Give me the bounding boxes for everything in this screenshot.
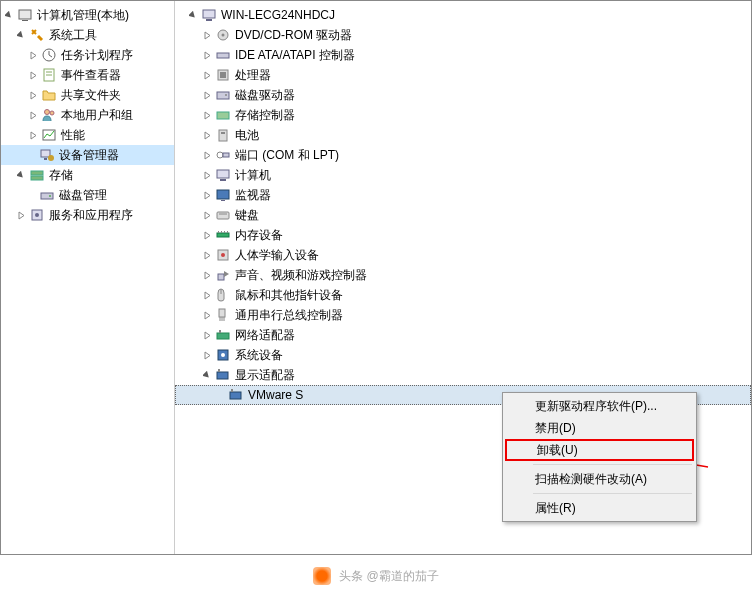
- device-category[interactable]: 监视器: [175, 185, 751, 205]
- collapse-icon[interactable]: [3, 9, 15, 21]
- collapse-icon[interactable]: [15, 29, 27, 41]
- device-category[interactable]: DVD/CD-ROM 驱动器: [175, 25, 751, 45]
- svg-rect-19: [206, 19, 212, 21]
- menu-disable[interactable]: 禁用(D): [505, 417, 694, 439]
- expand-icon[interactable]: [201, 249, 213, 261]
- expand-icon[interactable]: [201, 129, 213, 141]
- device-category[interactable]: 内存设备: [175, 225, 751, 245]
- collapse-icon[interactable]: [15, 169, 27, 181]
- svg-rect-9: [41, 150, 50, 157]
- device-tree-pane: WIN-LECG24NHDCJ DVD/CD-ROM 驱动器IDE ATA/AT…: [175, 1, 751, 554]
- svg-point-7: [50, 111, 54, 115]
- tree-label: 内存设备: [235, 227, 283, 244]
- expand-icon[interactable]: [201, 269, 213, 281]
- device-category[interactable]: 处理器: [175, 65, 751, 85]
- expand-icon[interactable]: [27, 89, 39, 101]
- menu-update-driver[interactable]: 更新驱动程序软件(P)...: [505, 395, 694, 417]
- menu-scan-hardware[interactable]: 扫描检测硬件改动(A): [505, 468, 694, 490]
- device-category[interactable]: 通用串行总线控制器: [175, 305, 751, 325]
- expand-icon[interactable]: [201, 229, 213, 241]
- tree-storage[interactable]: 存储: [1, 165, 174, 185]
- expand-icon[interactable]: [201, 309, 213, 321]
- tree-label: 磁盘驱动器: [235, 87, 295, 104]
- device-category[interactable]: 磁盘驱动器: [175, 85, 751, 105]
- tree-disk-mgmt[interactable]: 磁盘管理: [1, 185, 174, 205]
- device-icon: [215, 167, 231, 183]
- device-icon: [215, 267, 231, 283]
- tree-device-manager[interactable]: 设备管理器: [1, 145, 174, 165]
- device-category[interactable]: IDE ATA/ATAPI 控制器: [175, 45, 751, 65]
- svg-point-11: [48, 155, 54, 161]
- svg-rect-13: [31, 176, 43, 180]
- svg-rect-40: [221, 231, 222, 233]
- svg-rect-34: [217, 190, 229, 199]
- expand-icon[interactable]: [201, 169, 213, 181]
- menu-separator: [533, 464, 692, 465]
- expand-icon[interactable]: [201, 29, 213, 41]
- device-display-adapters[interactable]: 显示适配器: [175, 365, 751, 385]
- expand-icon[interactable]: [27, 69, 39, 81]
- device-category[interactable]: 人体学输入设备: [175, 245, 751, 265]
- device-category[interactable]: 键盘: [175, 205, 751, 225]
- tree-performance[interactable]: 性能: [1, 125, 174, 145]
- device-category[interactable]: 网络适配器: [175, 325, 751, 345]
- expand-icon[interactable]: [27, 49, 39, 61]
- expand-icon[interactable]: [201, 349, 213, 361]
- svg-rect-36: [217, 212, 229, 219]
- expand-icon[interactable]: [15, 209, 27, 221]
- tree-label: DVD/CD-ROM 驱动器: [235, 27, 352, 44]
- svg-rect-56: [231, 389, 233, 392]
- svg-rect-12: [31, 171, 43, 175]
- device-category[interactable]: 鼠标和其他指针设备: [175, 285, 751, 305]
- tree-event-viewer[interactable]: 事件查看器: [1, 65, 174, 85]
- svg-rect-55: [230, 392, 241, 399]
- device-category[interactable]: 端口 (COM 和 LPT): [175, 145, 751, 165]
- device-category[interactable]: 系统设备: [175, 345, 751, 365]
- tree-label: 网络适配器: [235, 327, 295, 344]
- expand-icon[interactable]: [27, 109, 39, 121]
- expand-icon[interactable]: [201, 209, 213, 221]
- tree-label: 磁盘管理: [59, 187, 107, 204]
- collapse-icon[interactable]: [201, 369, 213, 381]
- svg-rect-31: [223, 153, 229, 157]
- svg-rect-10: [44, 158, 47, 160]
- expand-icon[interactable]: [201, 149, 213, 161]
- tree-services-apps[interactable]: 服务和应用程序: [1, 205, 174, 225]
- tree-system-tools[interactable]: 系统工具: [1, 25, 174, 45]
- expand-icon[interactable]: [201, 89, 213, 101]
- expand-icon[interactable]: [201, 49, 213, 61]
- menu-uninstall[interactable]: 卸载(U): [505, 439, 694, 461]
- expand-icon[interactable]: [201, 69, 213, 81]
- clock-icon: [41, 47, 57, 63]
- svg-point-52: [221, 353, 225, 357]
- expand-icon[interactable]: [201, 329, 213, 341]
- tree-task-scheduler[interactable]: 任务计划程序: [1, 45, 174, 65]
- tree-label: WIN-LECG24NHDCJ: [221, 8, 335, 22]
- menu-properties[interactable]: 属性(R): [505, 497, 694, 519]
- expand-icon[interactable]: [27, 129, 39, 141]
- expand-icon[interactable]: [201, 289, 213, 301]
- device-root[interactable]: WIN-LECG24NHDCJ: [175, 5, 751, 25]
- device-category[interactable]: 存储控制器: [175, 105, 751, 125]
- device-category[interactable]: 声音、视频和游戏控制器: [175, 265, 751, 285]
- svg-rect-50: [219, 330, 221, 333]
- svg-rect-25: [217, 92, 229, 99]
- tree-root-local[interactable]: 计算机管理(本地): [1, 5, 174, 25]
- folder-icon: [41, 87, 57, 103]
- device-mgr-icon: [39, 147, 55, 163]
- device-icon: [215, 227, 231, 243]
- tree-label: 存储控制器: [235, 107, 295, 124]
- device-icon: [215, 327, 231, 343]
- svg-rect-1: [22, 20, 28, 21]
- device-category[interactable]: 电池: [175, 125, 751, 145]
- tree-shared-folders[interactable]: 共享文件夹: [1, 85, 174, 105]
- device-category[interactable]: 计算机: [175, 165, 751, 185]
- collapse-icon[interactable]: [187, 9, 199, 21]
- tree-local-users[interactable]: 本地用户和组: [1, 105, 174, 125]
- tree-label: 性能: [61, 127, 85, 144]
- svg-rect-42: [227, 231, 228, 233]
- svg-point-26: [225, 94, 227, 96]
- expand-icon[interactable]: [201, 109, 213, 121]
- expand-icon[interactable]: [201, 189, 213, 201]
- event-icon: [41, 67, 57, 83]
